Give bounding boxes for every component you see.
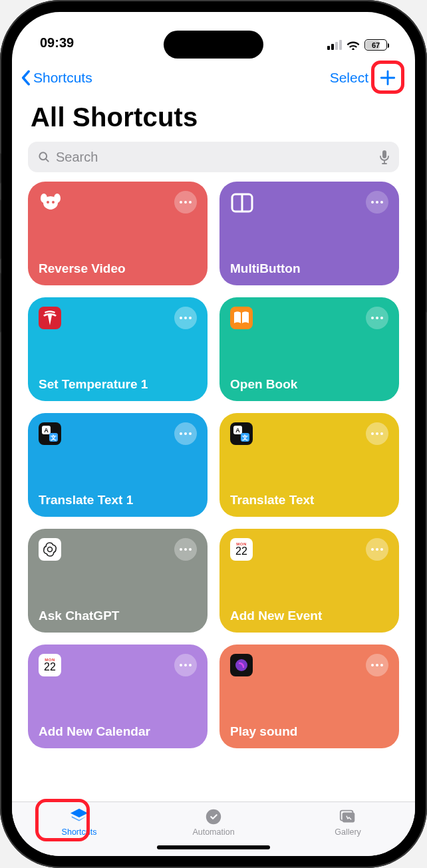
back-button[interactable]: Shortcuts	[21, 70, 92, 86]
shortcut-card[interactable]: Ask ChatGPT	[28, 529, 208, 633]
cellular-signal-icon	[327, 40, 342, 50]
more-icon[interactable]	[174, 538, 197, 561]
translate-app-icon: A文	[39, 422, 61, 445]
svg-point-19	[206, 809, 221, 824]
dictate-icon[interactable]	[379, 150, 390, 164]
more-icon[interactable]	[174, 422, 197, 445]
shortcuts-grid: Reverse VideoMultiButtonSet Temperature …	[28, 182, 399, 748]
dog-glyph-icon	[39, 191, 63, 215]
search-icon	[37, 150, 51, 164]
svg-text:A: A	[235, 427, 240, 434]
shortcut-card[interactable]: Reverse Video	[28, 182, 208, 285]
svg-rect-1	[382, 150, 386, 158]
shortcut-title: Translate Text 1	[39, 493, 197, 507]
home-indicator[interactable]	[157, 845, 270, 849]
chatgpt-app-icon	[39, 538, 61, 561]
select-button[interactable]: Select	[330, 70, 368, 86]
more-icon[interactable]	[174, 654, 197, 676]
wifi-icon	[347, 40, 360, 51]
shortcuts-tab-icon	[69, 807, 89, 826]
svg-text:文: 文	[241, 434, 248, 441]
svg-text:文: 文	[50, 434, 57, 441]
svg-point-17	[48, 547, 53, 552]
svg-point-6	[52, 201, 55, 204]
add-shortcut-button[interactable]	[375, 65, 400, 90]
shortcut-card[interactable]: Play sound	[219, 645, 399, 748]
calendar-app-icon: MON22	[39, 654, 61, 676]
more-icon[interactable]	[366, 307, 388, 329]
books-app-icon	[230, 307, 253, 329]
shortcut-title: Set Temperature 1	[39, 377, 197, 392]
translate-app-icon: A文	[230, 422, 253, 445]
shortcut-title: MultiButton	[230, 261, 388, 276]
tab-automation[interactable]: Automation	[174, 807, 253, 837]
shortcut-card[interactable]: A文Translate Text	[219, 413, 399, 517]
more-icon[interactable]	[366, 654, 388, 676]
svg-point-3	[41, 194, 47, 203]
calendar-app-icon: MON22	[230, 538, 253, 561]
chevron-left-icon	[21, 70, 31, 86]
tab-shortcuts[interactable]: Shortcuts	[39, 807, 119, 837]
shortcut-title: Open Book	[230, 377, 388, 392]
shortcut-card[interactable]: MON22Add New Calendar	[28, 645, 208, 748]
svg-text:A: A	[44, 427, 49, 434]
battery-icon: 67	[364, 39, 387, 51]
more-icon[interactable]	[174, 191, 197, 214]
search-placeholder: Search	[56, 150, 98, 165]
columns-glyph-icon	[230, 191, 254, 215]
shortcut-card[interactable]: Set Temperature 1	[28, 297, 208, 401]
shortcut-title: Play sound	[230, 724, 388, 739]
page-title: All Shortcuts	[12, 94, 415, 139]
shortcut-title: Translate Text	[230, 493, 388, 507]
shortcut-title: Ask ChatGPT	[39, 609, 197, 623]
dynamic-island	[164, 31, 263, 59]
shortcut-card[interactable]: MON22Add New Event	[219, 529, 399, 633]
svg-point-18	[235, 659, 247, 671]
svg-point-7	[48, 206, 53, 210]
more-icon[interactable]	[174, 307, 197, 329]
shortcut-title: Reverse Video	[39, 261, 197, 276]
more-icon[interactable]	[366, 538, 388, 561]
automation-tab-icon	[204, 807, 223, 826]
more-icon[interactable]	[366, 191, 388, 214]
shortcut-card[interactable]: MultiButton	[219, 182, 399, 285]
svg-point-5	[47, 201, 49, 204]
sound-app-icon	[230, 654, 253, 676]
shortcut-title: Add New Calendar	[39, 724, 197, 739]
tab-gallery[interactable]: Gallery	[308, 807, 388, 837]
shortcut-card[interactable]: Open Book	[219, 297, 399, 401]
search-input[interactable]: Search	[28, 142, 399, 172]
gallery-tab-icon	[338, 807, 358, 826]
status-time: 09:39	[40, 35, 74, 51]
plus-icon	[379, 69, 396, 86]
tesla-app-icon	[39, 307, 61, 329]
back-label: Shortcuts	[33, 70, 92, 86]
svg-point-4	[54, 194, 61, 203]
shortcut-title: Add New Event	[230, 609, 388, 623]
more-icon[interactable]	[366, 422, 388, 445]
shortcut-card[interactable]: A文Translate Text 1	[28, 413, 208, 517]
